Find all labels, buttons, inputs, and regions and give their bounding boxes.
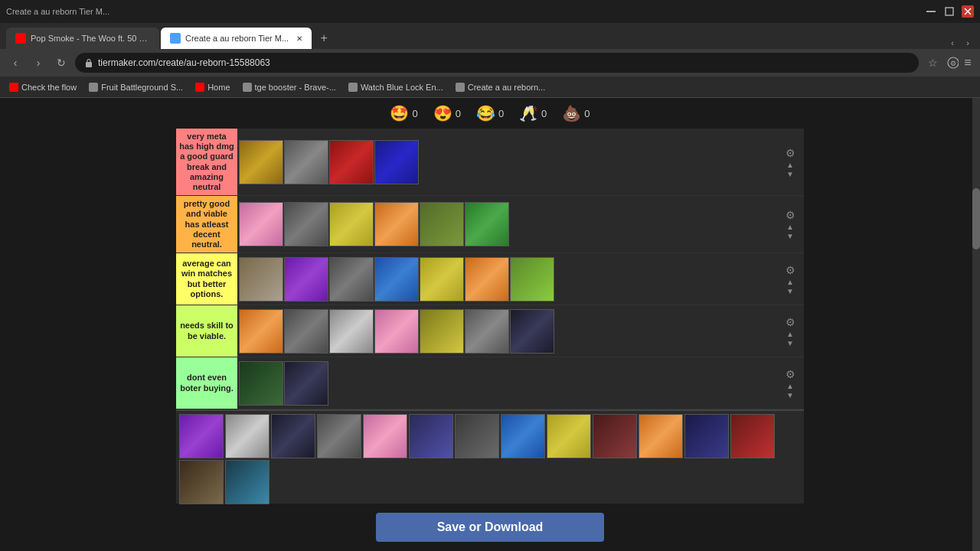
- unranked-item[interactable]: [271, 414, 315, 458]
- tab-scroll-left[interactable]: ‹: [946, 37, 959, 49]
- bookmark-home[interactable]: Home: [192, 81, 233, 93]
- down-icon-c[interactable]: ▼: [786, 339, 795, 348]
- tier-item[interactable]: [420, 202, 464, 246]
- down-icon-a[interactable]: ▼: [786, 232, 795, 241]
- tier-item[interactable]: [510, 309, 554, 354]
- tier-items-c[interactable]: [237, 305, 776, 357]
- bookmark-label-5: Watch Blue Lock En...: [361, 83, 443, 92]
- gear-icon-a[interactable]: ⚙: [784, 207, 797, 223]
- reaction-4[interactable]: 🥂 0: [519, 104, 547, 122]
- unranked-item[interactable]: [730, 414, 775, 458]
- tier-items-b[interactable]: [237, 253, 776, 305]
- reaction-5[interactable]: 💩 0: [562, 104, 590, 122]
- tier-item[interactable]: [374, 140, 419, 184]
- tier-item[interactable]: [465, 257, 509, 302]
- tier-item[interactable]: [374, 202, 419, 246]
- tier-items-a[interactable]: [237, 196, 776, 253]
- gear-icon-d[interactable]: ⚙: [784, 367, 797, 382]
- up-icon-d[interactable]: ▲: [786, 382, 795, 391]
- gear-icon-b[interactable]: ⚙: [784, 262, 797, 278]
- back-button[interactable]: ‹: [6, 54, 24, 72]
- tier-item[interactable]: [329, 309, 374, 354]
- reaction-2[interactable]: 😍 0: [433, 104, 461, 122]
- tier-controls-s: ⚙ ▲ ▼: [776, 129, 804, 195]
- tier-item[interactable]: [374, 257, 419, 302]
- reaction-emoji-1: 🤩: [390, 104, 409, 122]
- tier-item[interactable]: [374, 309, 419, 354]
- down-icon-s[interactable]: ▼: [786, 170, 795, 179]
- url-bar[interactable]: tiermaker.com/create/au-reborn-15588063: [75, 53, 919, 73]
- reaction-1[interactable]: 🤩 0: [390, 104, 417, 122]
- gear-icon-c[interactable]: ⚙: [784, 315, 797, 330]
- unranked-item[interactable]: [501, 414, 545, 458]
- tier-items-s[interactable]: [237, 129, 776, 195]
- unranked-item[interactable]: [225, 414, 270, 458]
- tier-item[interactable]: [465, 309, 509, 354]
- extensions-button[interactable]: ⚙: [946, 57, 959, 69]
- unranked-item[interactable]: [547, 414, 591, 458]
- reaction-3[interactable]: 😂 0: [476, 104, 504, 122]
- close-button[interactable]: [962, 5, 974, 18]
- down-icon-b[interactable]: ▼: [786, 287, 795, 296]
- tier-item[interactable]: [284, 361, 328, 406]
- scrollbar[interactable]: [972, 98, 980, 551]
- tier-label-a: pretty good and viable has atleast decen…: [176, 196, 237, 253]
- tab-2-close[interactable]: ✕: [296, 34, 302, 43]
- unranked-item[interactable]: [179, 414, 224, 458]
- maximize-button[interactable]: [943, 5, 956, 18]
- new-tab-button[interactable]: +: [313, 28, 335, 49]
- title-bar: Create a au reborn Tier M...: [0, 0, 980, 23]
- tab-scroll-right[interactable]: ›: [962, 37, 974, 49]
- up-icon-s[interactable]: ▲: [786, 161, 795, 170]
- minimize-button[interactable]: [925, 5, 937, 18]
- tier-item[interactable]: [284, 140, 328, 184]
- unranked-item[interactable]: [593, 414, 637, 458]
- unranked-item[interactable]: [179, 460, 224, 504]
- tier-item[interactable]: [284, 309, 328, 354]
- save-download-button[interactable]: Save or Download: [376, 513, 605, 542]
- down-icon-d[interactable]: ▼: [786, 391, 795, 400]
- bookmark-fruit[interactable]: Fruit Battleground S...: [86, 81, 186, 93]
- tier-item[interactable]: [239, 257, 283, 302]
- bookmark-button[interactable]: ☆: [923, 54, 942, 72]
- up-icon-c[interactable]: ▲: [786, 330, 795, 339]
- unranked-item[interactable]: [363, 414, 407, 458]
- window-title: Create a au reborn Tier M...: [6, 7, 922, 16]
- tier-item[interactable]: [420, 257, 464, 302]
- gear-icon-s[interactable]: ⚙: [784, 145, 797, 161]
- tab-1[interactable]: Pop Smoke - The Woo ft. 50 Cent...: [6, 28, 159, 49]
- tier-item[interactable]: [239, 140, 283, 184]
- tier-item[interactable]: [284, 202, 328, 246]
- unranked-item[interactable]: [409, 414, 453, 458]
- unranked-item[interactable]: [639, 414, 683, 458]
- tier-item[interactable]: [329, 257, 374, 302]
- bookmark-check-flow[interactable]: Check the flow: [6, 81, 80, 93]
- tab-1-favicon: [15, 33, 26, 44]
- unranked-pool[interactable]: [176, 409, 804, 504]
- tier-item[interactable]: [239, 309, 283, 354]
- tier-item[interactable]: [420, 309, 464, 354]
- bookmark-tge[interactable]: tge booster - Brave-...: [240, 81, 339, 93]
- unranked-item[interactable]: [684, 414, 729, 458]
- tier-item[interactable]: [329, 140, 374, 184]
- unranked-item[interactable]: [225, 460, 270, 504]
- bookmark-favicon-4: [243, 83, 252, 92]
- unranked-item[interactable]: [455, 414, 499, 458]
- bookmark-create[interactable]: Create a au reborn...: [452, 81, 549, 93]
- unranked-item[interactable]: [317, 414, 361, 458]
- tier-item[interactable]: [465, 202, 509, 246]
- up-icon-a[interactable]: ▲: [786, 223, 795, 232]
- forward-button[interactable]: ›: [29, 54, 47, 72]
- tier-item[interactable]: [284, 257, 328, 302]
- tier-items-d[interactable]: [237, 357, 776, 409]
- refresh-button[interactable]: ↻: [52, 54, 70, 72]
- tier-item[interactable]: [239, 361, 283, 406]
- up-icon-b[interactable]: ▲: [786, 278, 795, 287]
- tier-item[interactable]: [239, 202, 283, 246]
- bookmark-bluelock[interactable]: Watch Blue Lock En...: [345, 81, 446, 93]
- scroll-thumb[interactable]: [972, 188, 980, 249]
- tier-item[interactable]: [329, 202, 374, 246]
- tier-item[interactable]: [510, 257, 554, 302]
- tab-2[interactable]: Create a au reborn Tier M... ✕: [161, 28, 312, 49]
- menu-button[interactable]: ≡: [962, 57, 974, 69]
